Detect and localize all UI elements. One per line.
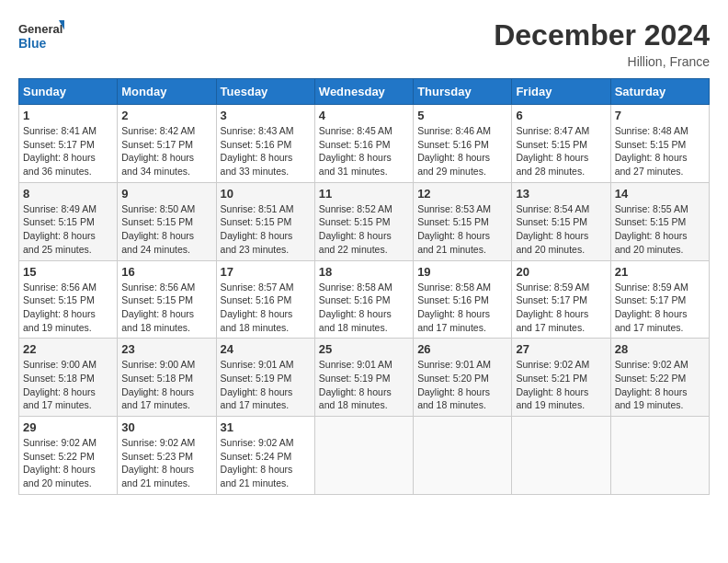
day-number: 6 — [516, 109, 606, 122]
calendar-week-row: 29Sunrise: 9:02 AMSunset: 5:22 PMDayligh… — [19, 417, 710, 495]
day-detail: Sunrise: 9:01 AMSunset: 5:19 PMDaylight:… — [319, 358, 409, 412]
day-detail: Sunrise: 8:59 AMSunset: 5:17 PMDaylight:… — [516, 281, 606, 335]
calendar-cell: 16Sunrise: 8:56 AMSunset: 5:15 PMDayligh… — [118, 260, 216, 339]
calendar-cell: 12Sunrise: 8:53 AMSunset: 5:15 PMDayligh… — [414, 182, 512, 260]
day-number: 1 — [23, 109, 113, 122]
day-number: 14 — [615, 187, 705, 201]
day-number: 17 — [221, 265, 311, 279]
calendar-cell: 14Sunrise: 8:55 AMSunset: 5:15 PMDayligh… — [610, 182, 709, 260]
day-detail: Sunrise: 8:55 AMSunset: 5:15 PMDaylight:… — [615, 202, 705, 257]
calendar-cell: 30Sunrise: 9:02 AMSunset: 5:23 PMDayligh… — [118, 417, 216, 495]
day-number: 12 — [417, 187, 507, 201]
day-number: 31 — [221, 420, 311, 434]
calendar-cell: 26Sunrise: 9:01 AMSunset: 5:20 PMDayligh… — [414, 339, 512, 417]
day-number: 20 — [516, 265, 606, 279]
day-number: 23 — [121, 342, 211, 356]
day-number: 5 — [417, 109, 507, 122]
day-detail: Sunrise: 8:47 AMSunset: 5:15 PMDaylight:… — [516, 124, 606, 178]
day-detail: Sunrise: 9:01 AMSunset: 5:20 PMDaylight:… — [417, 358, 507, 412]
day-detail: Sunrise: 8:56 AMSunset: 5:15 PMDaylight:… — [23, 281, 113, 335]
day-detail: Sunrise: 9:02 AMSunset: 5:23 PMDaylight:… — [121, 436, 211, 490]
col-header-thursday: Thursday — [414, 79, 512, 105]
logo: General Blue — [18, 18, 64, 57]
page-header: General Blue December 2024 Hillion, Fran… — [18, 18, 710, 69]
calendar-cell: 9Sunrise: 8:50 AMSunset: 5:15 PMDaylight… — [118, 182, 216, 260]
calendar-cell: 25Sunrise: 9:01 AMSunset: 5:19 PMDayligh… — [314, 339, 413, 417]
day-number: 21 — [615, 265, 705, 279]
day-detail: Sunrise: 8:45 AMSunset: 5:16 PMDaylight:… — [319, 124, 409, 178]
day-number: 26 — [417, 342, 507, 356]
calendar-week-row: 22Sunrise: 9:00 AMSunset: 5:18 PMDayligh… — [19, 339, 710, 417]
day-number: 27 — [516, 342, 606, 356]
calendar-cell: 29Sunrise: 9:02 AMSunset: 5:22 PMDayligh… — [19, 417, 118, 495]
calendar-cell: 19Sunrise: 8:58 AMSunset: 5:16 PMDayligh… — [414, 260, 512, 339]
day-number: 7 — [615, 109, 705, 122]
day-number: 16 — [121, 265, 211, 279]
calendar-cell: 8Sunrise: 8:49 AMSunset: 5:15 PMDaylight… — [19, 182, 118, 260]
col-header-wednesday: Wednesday — [314, 79, 413, 105]
day-number: 8 — [23, 187, 113, 201]
svg-text:General: General — [18, 22, 63, 36]
day-detail: Sunrise: 8:48 AMSunset: 5:15 PMDaylight:… — [615, 124, 705, 178]
calendar-cell: 10Sunrise: 8:51 AMSunset: 5:15 PMDayligh… — [216, 182, 314, 260]
col-header-sunday: Sunday — [19, 79, 118, 105]
calendar-cell: 27Sunrise: 9:02 AMSunset: 5:21 PMDayligh… — [512, 339, 610, 417]
col-header-monday: Monday — [118, 79, 216, 105]
location-subtitle: Hillion, France — [494, 54, 710, 69]
day-detail: Sunrise: 9:01 AMSunset: 5:19 PMDaylight:… — [221, 358, 311, 412]
day-detail: Sunrise: 8:49 AMSunset: 5:15 PMDaylight:… — [23, 202, 113, 257]
calendar-cell: 21Sunrise: 8:59 AMSunset: 5:17 PMDayligh… — [610, 260, 709, 339]
calendar-cell: 11Sunrise: 8:52 AMSunset: 5:15 PMDayligh… — [314, 182, 413, 260]
col-header-saturday: Saturday — [610, 79, 709, 105]
calendar-cell: 2Sunrise: 8:42 AMSunset: 5:17 PMDaylight… — [118, 105, 216, 183]
day-number: 15 — [23, 265, 113, 279]
calendar-cell — [512, 417, 610, 495]
calendar-cell: 20Sunrise: 8:59 AMSunset: 5:17 PMDayligh… — [512, 260, 610, 339]
day-detail: Sunrise: 8:52 AMSunset: 5:15 PMDaylight:… — [319, 202, 409, 257]
day-detail: Sunrise: 8:58 AMSunset: 5:16 PMDaylight:… — [417, 281, 507, 335]
day-detail: Sunrise: 9:02 AMSunset: 5:21 PMDaylight:… — [516, 358, 606, 412]
day-number: 9 — [121, 187, 211, 201]
day-detail: Sunrise: 8:41 AMSunset: 5:17 PMDaylight:… — [23, 124, 113, 178]
calendar-week-row: 15Sunrise: 8:56 AMSunset: 5:15 PMDayligh… — [19, 260, 710, 339]
day-detail: Sunrise: 8:56 AMSunset: 5:15 PMDaylight:… — [121, 281, 211, 335]
calendar-week-row: 8Sunrise: 8:49 AMSunset: 5:15 PMDaylight… — [19, 182, 710, 260]
day-number: 13 — [516, 187, 606, 201]
day-detail: Sunrise: 8:57 AMSunset: 5:16 PMDaylight:… — [221, 281, 311, 335]
day-number: 22 — [23, 342, 113, 356]
day-detail: Sunrise: 8:43 AMSunset: 5:16 PMDaylight:… — [221, 124, 311, 178]
day-detail: Sunrise: 8:46 AMSunset: 5:16 PMDaylight:… — [417, 124, 507, 178]
calendar-cell — [414, 417, 512, 495]
calendar-table: SundayMondayTuesdayWednesdayThursdayFrid… — [18, 78, 710, 495]
title-block: December 2024 Hillion, France — [494, 18, 710, 69]
calendar-cell: 7Sunrise: 8:48 AMSunset: 5:15 PMDaylight… — [610, 105, 709, 183]
calendar-week-row: 1Sunrise: 8:41 AMSunset: 5:17 PMDaylight… — [19, 105, 710, 183]
day-detail: Sunrise: 8:59 AMSunset: 5:17 PMDaylight:… — [615, 281, 705, 335]
day-number: 28 — [615, 342, 705, 356]
day-detail: Sunrise: 8:53 AMSunset: 5:15 PMDaylight:… — [417, 202, 507, 257]
calendar-cell: 15Sunrise: 8:56 AMSunset: 5:15 PMDayligh… — [19, 260, 118, 339]
day-number: 30 — [121, 420, 211, 434]
calendar-cell: 18Sunrise: 8:58 AMSunset: 5:16 PMDayligh… — [314, 260, 413, 339]
calendar-cell: 17Sunrise: 8:57 AMSunset: 5:16 PMDayligh… — [216, 260, 314, 339]
day-number: 4 — [319, 109, 409, 122]
calendar-cell: 4Sunrise: 8:45 AMSunset: 5:16 PMDaylight… — [314, 105, 413, 183]
logo-svg: General Blue — [18, 18, 64, 57]
day-number: 10 — [221, 187, 311, 201]
calendar-cell: 3Sunrise: 8:43 AMSunset: 5:16 PMDaylight… — [216, 105, 314, 183]
calendar-cell: 24Sunrise: 9:01 AMSunset: 5:19 PMDayligh… — [216, 339, 314, 417]
day-detail: Sunrise: 8:50 AMSunset: 5:15 PMDaylight:… — [121, 202, 211, 257]
day-number: 2 — [121, 109, 211, 122]
calendar-header-row: SundayMondayTuesdayWednesdayThursdayFrid… — [19, 79, 710, 105]
day-number: 19 — [417, 265, 507, 279]
day-number: 18 — [319, 265, 409, 279]
day-number: 25 — [319, 342, 409, 356]
calendar-cell — [610, 417, 709, 495]
day-number: 3 — [221, 109, 311, 122]
day-detail: Sunrise: 9:02 AMSunset: 5:22 PMDaylight:… — [615, 358, 705, 412]
calendar-cell: 23Sunrise: 9:00 AMSunset: 5:18 PMDayligh… — [118, 339, 216, 417]
calendar-cell — [314, 417, 413, 495]
calendar-cell: 28Sunrise: 9:02 AMSunset: 5:22 PMDayligh… — [610, 339, 709, 417]
day-detail: Sunrise: 9:02 AMSunset: 5:24 PMDaylight:… — [221, 436, 311, 490]
calendar-cell: 1Sunrise: 8:41 AMSunset: 5:17 PMDaylight… — [19, 105, 118, 183]
